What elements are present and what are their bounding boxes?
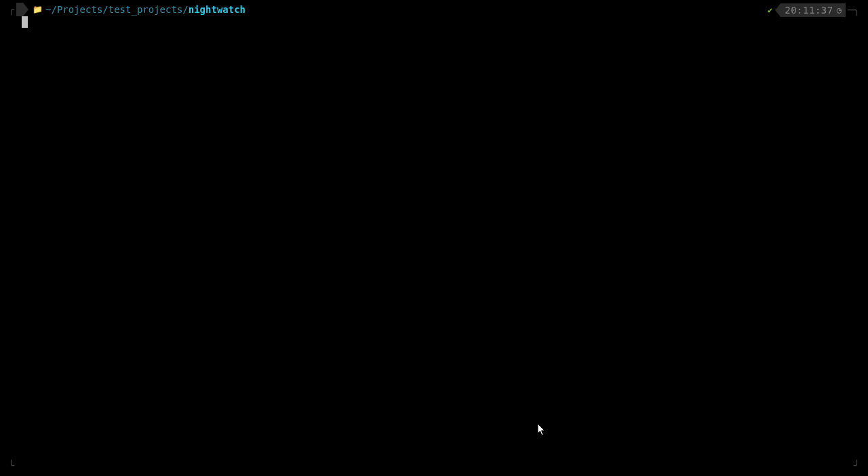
mouse-cursor-icon <box>537 424 547 438</box>
folder-icon: 📁 <box>33 5 43 14</box>
prompt-left-segment: ╭ 📁 ~/Projects/test_projects/nightwatch <box>0 3 245 16</box>
frame-corner-bottom-left: ╰ <box>8 460 14 472</box>
path-prefix: ~/Projects/test_projects/ <box>45 4 189 15</box>
prompt-right-segment: ✔ 20:11:37 ◷ ─╮ <box>768 3 868 17</box>
segment-separator-icon <box>23 3 28 16</box>
success-check-icon: ✔ <box>768 5 772 15</box>
terminal-window[interactable]: ╭ 📁 ~/Projects/test_projects/nightwatch … <box>0 0 868 476</box>
clock-time: 20:11:37 <box>785 5 833 16</box>
text-cursor <box>22 16 28 28</box>
frame-corner-bottom-right: ╯ <box>854 460 860 472</box>
frame-corner-top-left: ╭ <box>0 3 16 16</box>
os-segment <box>16 3 23 16</box>
prompt-line: ╭ 📁 ~/Projects/test_projects/nightwatch … <box>0 0 868 15</box>
path-current-dir: nightwatch <box>189 4 245 15</box>
frame-corner-top-right: ─╮ <box>846 4 868 16</box>
segment-separator-left-icon <box>775 3 781 17</box>
clock-icon: ◷ <box>837 5 842 15</box>
time-segment: 20:11:37 ◷ <box>781 3 846 17</box>
command-input-line[interactable] <box>0 15 868 30</box>
